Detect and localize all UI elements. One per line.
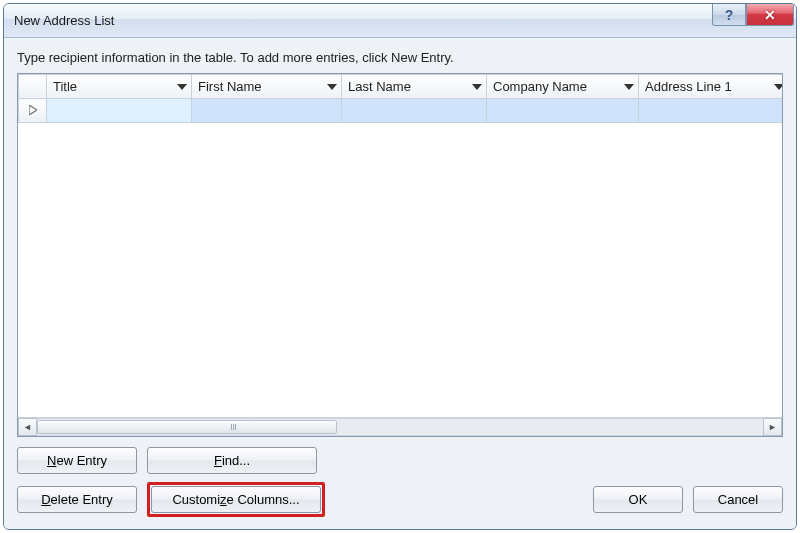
cell-company[interactable] — [487, 99, 639, 123]
customize-columns-button[interactable]: Customize Columns... — [151, 486, 321, 513]
column-header-firstname[interactable]: First Name — [192, 75, 342, 99]
svg-marker-2 — [472, 84, 482, 90]
table-row[interactable] — [19, 99, 783, 123]
column-header-company[interactable]: Company Name — [487, 75, 639, 99]
close-icon: ✕ — [764, 7, 776, 23]
column-header-lastname[interactable]: Last Name — [342, 75, 487, 99]
button-area: New Entry Find... Delete Entry Customize… — [17, 447, 783, 517]
svg-marker-0 — [177, 84, 187, 90]
cell-title[interactable] — [47, 99, 192, 123]
ok-button[interactable]: OK — [593, 486, 683, 513]
delete-entry-button[interactable]: Delete Entry — [17, 486, 137, 513]
column-header-title[interactable]: Title — [47, 75, 192, 99]
row-selector-header[interactable] — [19, 75, 47, 99]
row-indicator[interactable] — [19, 99, 47, 123]
scroll-thumb[interactable] — [37, 420, 337, 434]
table-frame: Title First Name — [17, 73, 783, 437]
current-row-icon — [29, 104, 37, 118]
dropdown-icon[interactable] — [774, 84, 782, 90]
button-row-2: Delete Entry Customize Columns... OK Can… — [17, 482, 783, 517]
dropdown-icon[interactable] — [327, 84, 337, 90]
dropdown-icon[interactable] — [624, 84, 634, 90]
cell-lastname[interactable] — [342, 99, 487, 123]
find-button[interactable]: Find... — [147, 447, 317, 474]
close-button[interactable]: ✕ — [746, 4, 794, 26]
header-row: Title First Name — [19, 75, 783, 99]
svg-marker-1 — [327, 84, 337, 90]
titlebar[interactable]: New Address List ? ✕ — [4, 4, 796, 38]
help-button[interactable]: ? — [712, 4, 746, 26]
cell-address1[interactable] — [639, 99, 783, 123]
svg-marker-5 — [29, 105, 37, 115]
new-entry-button[interactable]: New Entry — [17, 447, 137, 474]
window-title: New Address List — [14, 13, 114, 28]
cancel-button[interactable]: Cancel — [693, 486, 783, 513]
button-row-1: New Entry Find... — [17, 447, 783, 474]
scroll-right-button[interactable]: ► — [763, 418, 782, 436]
horizontal-scrollbar[interactable]: ◄ ► — [18, 417, 782, 436]
scroll-track[interactable] — [37, 418, 763, 436]
dialog-window: New Address List ? ✕ Type recipient info… — [3, 3, 797, 530]
svg-marker-3 — [624, 84, 634, 90]
dropdown-icon[interactable] — [177, 84, 187, 90]
cell-firstname[interactable] — [192, 99, 342, 123]
highlight-annotation: Customize Columns... — [147, 482, 325, 517]
svg-marker-4 — [774, 84, 782, 90]
window-controls: ? ✕ — [712, 4, 794, 26]
scroll-left-button[interactable]: ◄ — [18, 418, 37, 436]
help-icon: ? — [725, 7, 734, 23]
dialog-content: Type recipient information in the table.… — [4, 38, 796, 529]
dropdown-icon[interactable] — [472, 84, 482, 90]
column-header-address1[interactable]: Address Line 1 — [639, 75, 783, 99]
table-area: Title First Name — [18, 74, 782, 417]
instruction-text: Type recipient information in the table.… — [17, 50, 783, 65]
address-table[interactable]: Title First Name — [18, 74, 782, 123]
